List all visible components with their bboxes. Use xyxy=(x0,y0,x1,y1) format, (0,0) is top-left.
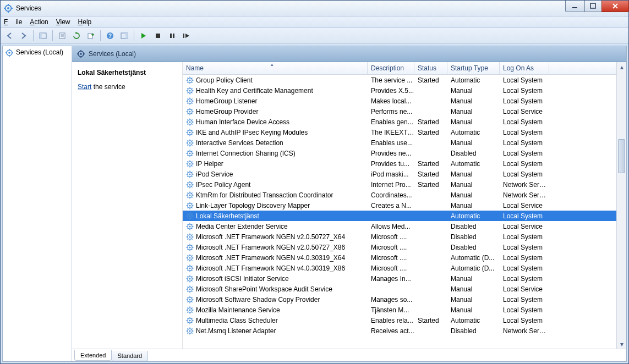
service-row[interactable]: Microsoft iSCSI Initiator ServiceManages… xyxy=(183,273,626,284)
service-row[interactable]: Health Key and Certificate ManagementPro… xyxy=(183,85,626,96)
svg-line-152 xyxy=(192,197,192,197)
svg-line-104 xyxy=(187,145,188,145)
service-logon: Local System xyxy=(500,118,549,126)
service-row[interactable]: Group Policy ClientThe service ...Starte… xyxy=(183,75,626,85)
svg-line-244 xyxy=(187,291,188,291)
service-description: Tjänsten M... xyxy=(368,306,414,314)
titlebar[interactable]: Services xyxy=(1,1,628,16)
svg-line-171 xyxy=(187,213,188,214)
col-status[interactable]: Status xyxy=(414,62,447,74)
minimize-button[interactable] xyxy=(565,1,585,12)
action-panel-button[interactable] xyxy=(118,29,131,42)
service-row[interactable]: Microsoft Software Shadow Copy ProviderM… xyxy=(183,294,626,305)
export-button[interactable] xyxy=(84,29,97,42)
start-link[interactable]: Start xyxy=(78,83,91,91)
col-logon[interactable]: Log On As xyxy=(500,62,549,74)
scroll-up-icon[interactable]: ▴ xyxy=(617,62,626,71)
col-name[interactable]: Name▴ xyxy=(183,62,368,74)
service-logon: Local System xyxy=(500,233,549,241)
service-row[interactable]: iPod ServiceiPod maski...StartedManualLo… xyxy=(183,169,626,179)
service-row[interactable]: Human Interface Device AccessEnables gen… xyxy=(183,117,626,127)
svg-line-192 xyxy=(192,239,192,239)
service-row[interactable]: Mozilla Maintenance ServiceTjänsten M...… xyxy=(183,305,626,315)
svg-line-174 xyxy=(187,218,188,218)
tree-pane[interactable]: Services (Local) xyxy=(3,46,72,361)
service-row[interactable]: Link-Layer Topology Discovery MapperCrea… xyxy=(183,200,626,211)
maximize-button[interactable] xyxy=(584,1,602,12)
back-button[interactable] xyxy=(3,29,16,42)
svg-rect-21 xyxy=(173,34,174,38)
menu-file[interactable]: File xyxy=(4,18,22,26)
scroll-down-icon[interactable]: ▾ xyxy=(617,339,626,349)
gear-icon xyxy=(186,181,194,189)
refresh-button[interactable] xyxy=(70,29,83,42)
service-row[interactable]: IKE and AuthIP IPsec Keying ModulesThe I… xyxy=(183,127,626,137)
service-row[interactable]: Multimedia Class SchedulerEnables rela..… xyxy=(183,315,626,326)
toolbar: ? xyxy=(1,28,628,44)
service-row[interactable]: Microsoft .NET Framework NGEN v4.0.30319… xyxy=(183,252,626,263)
svg-line-261 xyxy=(187,307,188,308)
service-startup: Automatic xyxy=(447,212,500,220)
service-row[interactable]: IP HelperProvides tu...StartedAutomaticL… xyxy=(183,158,626,169)
service-description: Coordinates... xyxy=(368,191,414,199)
svg-point-24 xyxy=(8,52,10,54)
start-service-button[interactable] xyxy=(137,29,150,42)
app-icon xyxy=(4,4,13,13)
svg-line-92 xyxy=(192,134,192,135)
service-row[interactable]: HomeGroup ProviderPerforms ne...ManualLo… xyxy=(183,106,626,117)
menu-view[interactable]: View xyxy=(56,18,70,26)
service-status: Started xyxy=(414,170,447,178)
service-name: KtmRm for Distributed Transaction Coordi… xyxy=(196,191,333,199)
svg-line-73 xyxy=(192,109,192,109)
tab-extended[interactable]: Extended xyxy=(74,350,112,361)
service-row[interactable]: IPsec Policy AgentInternet Pro...Started… xyxy=(183,179,626,190)
service-row[interactable]: Media Center Extender ServiceAllows Med.… xyxy=(183,221,626,231)
service-logon: Network Service xyxy=(500,327,549,335)
close-button[interactable] xyxy=(601,1,629,12)
service-row[interactable]: Microsoft SharePoint Workspace Audit Ser… xyxy=(183,284,626,294)
svg-line-82 xyxy=(192,124,192,124)
svg-rect-6 xyxy=(572,7,577,8)
properties-button[interactable] xyxy=(56,29,69,42)
service-name: Mozilla Maintenance Service xyxy=(196,306,280,314)
tree-root-services-local[interactable]: Services (Local) xyxy=(3,46,72,59)
service-description: Microsoft .... xyxy=(368,254,414,262)
show-hide-tree-button[interactable] xyxy=(36,29,50,42)
forward-button[interactable] xyxy=(17,29,30,42)
service-row[interactable]: KtmRm for Distributed Transaction Coordi… xyxy=(183,190,626,200)
service-row[interactable]: Lokal SäkerhetstjänstAutomaticLocal Syst… xyxy=(183,211,626,221)
service-row[interactable]: Net.Msmq Listener AdapterReceives act...… xyxy=(183,326,626,336)
service-name: HomeGroup Listener xyxy=(196,97,257,105)
vertical-scrollbar[interactable]: ▴ ▾ xyxy=(616,62,626,349)
restart-service-button[interactable] xyxy=(180,29,193,42)
scroll-thumb[interactable] xyxy=(618,139,625,173)
gear-icon xyxy=(186,139,194,147)
service-logon: Local System xyxy=(500,129,549,136)
service-row[interactable]: Microsoft .NET Framework NGEN v2.0.50727… xyxy=(183,242,626,252)
svg-point-46 xyxy=(189,90,191,91)
service-row[interactable]: Microsoft .NET Framework NGEN v4.0.30319… xyxy=(183,263,626,273)
service-row[interactable]: Internet Connection Sharing (ICS)Provide… xyxy=(183,148,626,158)
tab-standard[interactable]: Standard xyxy=(111,351,148,361)
pause-service-button[interactable] xyxy=(166,29,179,42)
stop-service-button[interactable] xyxy=(151,29,165,42)
svg-line-284 xyxy=(187,333,188,333)
service-rows[interactable]: Group Policy ClientThe service ...Starte… xyxy=(183,75,626,349)
menu-action[interactable]: Action xyxy=(30,18,48,26)
svg-line-242 xyxy=(192,291,192,291)
svg-point-126 xyxy=(189,173,191,175)
service-logon: Local System xyxy=(500,150,549,157)
col-startup[interactable]: Startup Type xyxy=(447,62,500,74)
service-row[interactable]: Microsoft .NET Framework NGEN v2.0.50727… xyxy=(183,231,626,242)
svg-line-253 xyxy=(192,297,192,297)
col-description[interactable]: Description xyxy=(368,62,414,74)
service-name: Media Center Extender Service xyxy=(196,223,288,230)
service-row[interactable]: HomeGroup ListenerMakes local...ManualLo… xyxy=(183,96,626,106)
service-startup: Manual xyxy=(447,306,500,314)
svg-point-256 xyxy=(189,309,191,311)
service-row[interactable]: Interactive Services DetectionEnables us… xyxy=(183,137,626,148)
menu-help[interactable]: Help xyxy=(78,18,92,26)
service-startup: Manual xyxy=(447,202,500,209)
help-button[interactable]: ? xyxy=(103,29,117,42)
service-description: Microsoft .... xyxy=(368,233,414,241)
